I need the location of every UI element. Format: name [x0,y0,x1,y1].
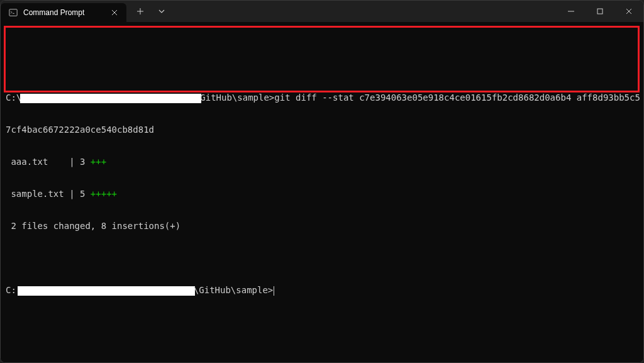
git-command-part1: git diff --stat c7e394063e05e918c4ce0161… [274,92,640,103]
text-cursor [274,286,274,296]
titlebar: Command Prompt [1,1,643,22]
maximize-button[interactable] [586,1,614,22]
diff-line-2: sample.txt | 5 +++++ [6,189,638,199]
current-prompt-line: C:\GitHub\sample> [6,285,638,296]
terminal-window: Command Prompt [0,0,644,363]
redacted-path-1 [20,94,201,103]
diff-insertions-1: +++ [91,157,106,167]
tab-dropdown-button[interactable] [152,2,172,21]
tab-close-button[interactable] [109,7,120,18]
command-line-1: C:\GitHub\sample>git diff --stat c7e3940… [6,92,638,103]
annotation-highlight [4,26,640,92]
diff-insertions-2: +++++ [91,189,117,199]
diff-line-1: aaa.txt | 3 +++ [6,157,638,167]
diff-file-2: sample.txt | 5 [6,189,91,199]
minimize-button[interactable] [557,1,586,22]
prompt2-path-suffix: \GitHub\sample> [194,285,273,295]
prompt-drive: C:\ [6,92,21,103]
tab-title: Command Prompt [23,8,104,17]
window-controls [557,1,643,22]
new-tab-button[interactable] [130,2,150,21]
svg-rect-3 [597,9,602,14]
tab-command-prompt[interactable]: Command Prompt [1,3,126,22]
cmd-icon [8,8,18,18]
terminal-output[interactable]: C:\GitHub\sample>git diff --stat c7e3940… [1,22,643,362]
tabbar-actions [126,1,172,22]
titlebar-drag-area[interactable] [172,1,557,22]
diff-summary: 2 files changed, 8 insertions(+) [6,221,638,232]
redacted-path-2 [18,286,195,296]
prompt2-drive: C: [6,285,16,295]
command-line-2: 7cf4bac6672222a0ce540cb8d81d [6,125,638,135]
svg-rect-0 [9,9,17,16]
prompt-path-suffix: GitHub\sample> [200,92,274,103]
diff-file-1: aaa.txt | 3 [6,157,91,167]
close-button[interactable] [614,1,643,22]
